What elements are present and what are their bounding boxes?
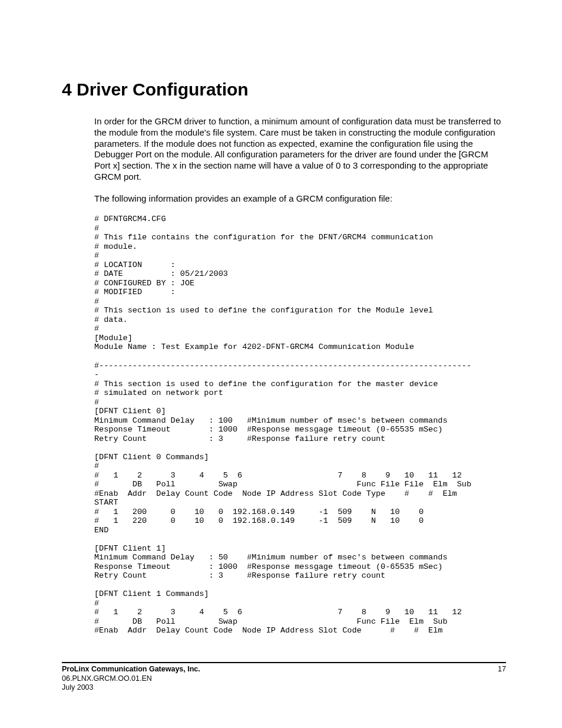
intro-paragraph-2: The following information provides an ex… (94, 193, 506, 205)
intro-paragraph-1: In order for the GRCM driver to function… (94, 116, 506, 183)
config-file-listing: # DFNTGRCM4.CFG # # This file contains t… (94, 215, 506, 635)
footer-company: ProLinx Communication Gateways, Inc. (62, 665, 200, 674)
footer-page-number: 17 (498, 665, 506, 674)
footer-doc-id: 06.PLNX.GRCM.OO.01.EN (62, 674, 506, 684)
page-footer: ProLinx Communication Gateways, Inc. 17 … (62, 662, 506, 693)
section-heading: 4 Driver Configuration (62, 80, 506, 100)
footer-date: July 2003 (62, 683, 506, 693)
